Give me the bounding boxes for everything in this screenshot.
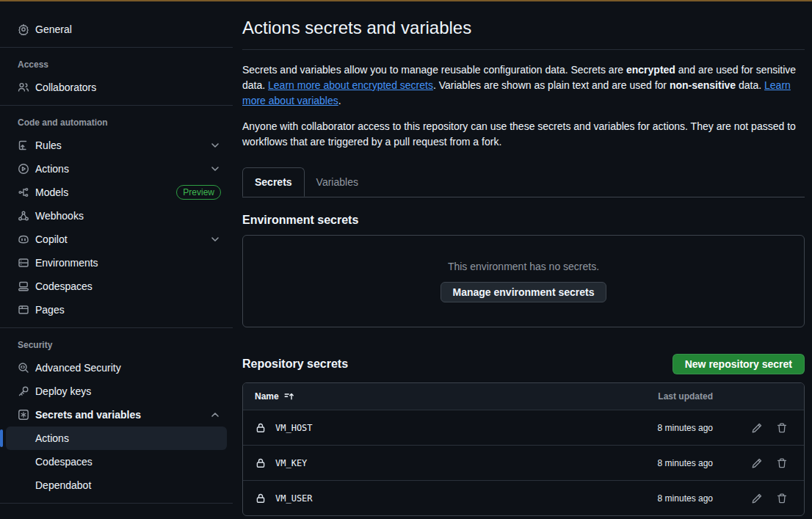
active-accent-bar: [0, 429, 3, 447]
sidebar-item-label: Environments: [35, 257, 98, 269]
sidebar-item-actions[interactable]: Actions: [6, 157, 227, 181]
secret-name: VM_USER: [275, 493, 313, 504]
sidebar-subitem-actions[interactable]: Actions: [6, 427, 227, 450]
sidebar-item-label: Copilot: [35, 233, 68, 245]
edit-secret-button[interactable]: [751, 422, 763, 434]
environment-secrets-panel: This environment has no secrets. Manage …: [242, 235, 805, 327]
sidebar-item-label: Secrets and variables: [35, 409, 141, 421]
chevron-down-icon: [209, 139, 221, 151]
secret-updated: 8 minutes ago: [603, 493, 713, 504]
sidebar-item-copilot[interactable]: Copilot: [6, 228, 227, 251]
sidebar-item-label: Codespaces: [35, 280, 93, 292]
play-circle-icon: [18, 163, 29, 175]
secret-name: VM_KEY: [275, 458, 307, 468]
secret-updated: 8 minutes ago: [603, 423, 713, 433]
sidebar-subitem-label: Codespaces: [35, 456, 93, 468]
secret-name: VM_HOST: [275, 423, 313, 433]
sidebar-item-label: Advanced Security: [35, 362, 121, 374]
sidebar-section-security: Security: [6, 334, 227, 356]
models-icon: [18, 186, 29, 198]
sidebar-item-label: Models: [35, 186, 68, 198]
intro-text: data.: [736, 79, 764, 91]
people-icon: [18, 81, 29, 93]
server-icon: [18, 257, 29, 269]
environment-empty-text: This environment has no secrets.: [448, 261, 599, 272]
secrets-variables-tabnav: Secrets Variables: [242, 167, 805, 197]
sidebar-item-models[interactable]: Models Preview: [6, 181, 227, 204]
sidebar-divider: [0, 503, 233, 504]
sidebar-item-webhooks[interactable]: Webhooks: [6, 204, 227, 228]
main-content: Actions secrets and variables Secrets an…: [242, 1, 812, 516]
lock-icon: [255, 422, 267, 434]
intro-paragraph: Secrets and variables allow you to manag…: [242, 62, 805, 109]
sidebar-item-label: Deploy keys: [35, 385, 91, 397]
settings-page: General Access Collaborators Code and au…: [0, 0, 812, 519]
secret-updated: 8 minutes ago: [603, 458, 713, 468]
collaborator-access-paragraph: Anyone with collaborator access to this …: [242, 119, 805, 150]
intro-text: . Variables are shown as plain text and …: [433, 79, 670, 91]
tab-variables[interactable]: Variables: [305, 167, 370, 197]
edit-secret-button[interactable]: [751, 493, 763, 504]
sidebar-item-environments[interactable]: Environments: [6, 251, 227, 275]
title-divider: [242, 49, 805, 50]
sidebar-subitem-label: Dependabot: [35, 479, 91, 491]
intro-text: .: [338, 95, 341, 106]
lock-icon: [255, 457, 267, 469]
sidebar-divider: [0, 105, 233, 106]
sidebar-subitem-dependabot[interactable]: Dependabot: [6, 473, 227, 497]
edit-secret-button[interactable]: [751, 457, 763, 469]
lock-icon: [255, 493, 267, 504]
table-row: VM_USER 8 minutes ago: [243, 480, 804, 515]
repository-secrets-table: Name Last updated: [242, 382, 805, 516]
chevron-down-icon: [209, 163, 221, 175]
new-repository-secret-button[interactable]: New repository secret: [673, 354, 805, 374]
repository-secrets-heading: Repository secrets: [242, 358, 348, 371]
tab-secrets[interactable]: Secrets: [242, 167, 305, 197]
sidebar-subitem-label: Actions: [35, 432, 69, 444]
chevron-down-icon: [209, 233, 221, 245]
intro-text: Secrets and variables allow you to manag…: [242, 64, 626, 76]
sidebar-section-code-automation: Code and automation: [6, 112, 227, 134]
gear-icon: [18, 23, 29, 35]
sidebar-item-codespaces[interactable]: Codespaces: [6, 275, 227, 298]
sidebar-item-label: Pages: [35, 304, 65, 316]
chevron-up-icon: [209, 409, 221, 421]
sidebar-item-secrets-and-variables[interactable]: Secrets and variables: [6, 403, 227, 427]
name-column-label: Name: [255, 391, 279, 402]
environment-secrets-heading: Environment secrets: [242, 214, 805, 227]
preview-badge: Preview: [176, 185, 221, 200]
sidebar-divider: [0, 47, 233, 48]
link-learn-encrypted-secrets[interactable]: Learn more about encrypted secrets: [268, 79, 433, 91]
sort-ascending-icon: [283, 391, 295, 402]
sidebar-item-label: Collaborators: [35, 81, 96, 93]
sidebar-subitem-codespaces[interactable]: Codespaces: [6, 450, 227, 473]
asterisk-box-icon: [18, 409, 29, 421]
sidebar-item-rules[interactable]: Rules: [6, 134, 227, 157]
delete-secret-button[interactable]: [776, 422, 788, 434]
rules-icon: [18, 139, 29, 151]
table-header-row: Name Last updated: [243, 383, 804, 410]
code-scan-icon: [18, 362, 29, 374]
manage-environment-secrets-button[interactable]: Manage environment secrets: [441, 282, 607, 302]
sidebar-item-pages[interactable]: Pages: [6, 298, 227, 322]
browser-icon: [18, 304, 29, 316]
sidebar-item-advanced-security[interactable]: Advanced Security: [6, 356, 227, 380]
sidebar-section-access: Access: [6, 54, 227, 76]
sidebar-item-label: Webhooks: [35, 210, 84, 222]
delete-secret-button[interactable]: [776, 493, 788, 504]
sidebar-item-deploy-keys[interactable]: Deploy keys: [6, 380, 227, 403]
delete-secret-button[interactable]: [776, 457, 788, 469]
page-title: Actions secrets and variables: [242, 18, 805, 38]
codespaces-icon: [18, 280, 29, 292]
sidebar-item-collaborators[interactable]: Collaborators: [6, 76, 227, 99]
sidebar-item-general[interactable]: General: [6, 18, 227, 41]
sidebar-item-label: Actions: [35, 163, 69, 175]
webhook-icon: [18, 210, 29, 222]
repository-secrets-header: Repository secrets New repository secret: [242, 354, 805, 374]
column-header-name[interactable]: Name: [255, 391, 603, 402]
sidebar-divider: [0, 327, 233, 328]
key-icon: [18, 385, 29, 397]
sidebar-item-label: Rules: [35, 139, 62, 151]
intro-bold-non-sensitive: non-sensitive: [670, 79, 736, 91]
column-header-last-updated: Last updated: [603, 391, 713, 402]
